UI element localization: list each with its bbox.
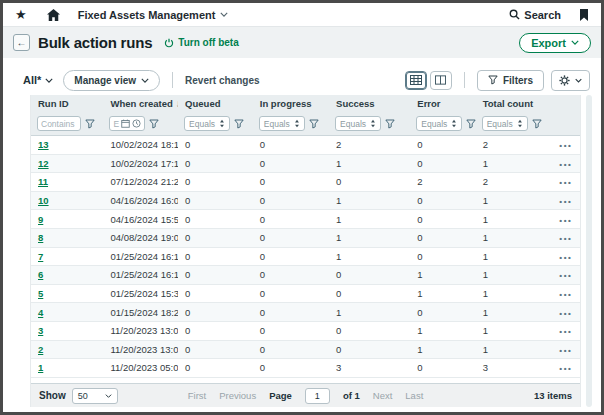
when-created-cell: 04/16/2024 16:0... (103, 195, 178, 206)
filter-funnel-icon[interactable] (385, 119, 395, 129)
row-actions-menu[interactable]: ••• (552, 364, 572, 373)
queued-cell: 0 (178, 139, 253, 150)
error-cell: 1 (410, 325, 475, 336)
run-id-link[interactable]: 7 (38, 251, 43, 262)
column-header-when-created[interactable]: When created↓ (103, 98, 178, 109)
error-cell: 0 (410, 139, 475, 150)
turn-off-beta-toggle[interactable]: Turn off beta (164, 37, 238, 48)
bookmark-icon[interactable] (579, 9, 589, 21)
when-created-cell: 04/16/2024 15:5... (103, 214, 178, 225)
run-id-link[interactable]: 13 (38, 139, 49, 150)
run-id-link[interactable]: 3 (38, 325, 43, 336)
row-actions-menu[interactable]: ••• (552, 271, 572, 280)
run-id-link[interactable]: 10 (38, 195, 49, 206)
manage-view-button[interactable]: Manage view (63, 70, 160, 91)
next-page-button[interactable]: Next (373, 390, 393, 401)
app-window: ★ Fixed Assets Management Search ← Bulk … (0, 0, 604, 415)
table-header-row: Run ID When created↓ Queued In progress … (31, 95, 580, 112)
revert-changes-button[interactable]: Revert changes (185, 75, 259, 86)
queued-cell: 0 (178, 195, 253, 206)
search-button[interactable]: Search (509, 9, 561, 21)
in-progress-filter-operator-select[interactable]: Equals (259, 116, 305, 131)
export-button[interactable]: Export (519, 33, 591, 53)
view-selector[interactable]: All* (23, 74, 53, 86)
column-header-success[interactable]: Success (329, 98, 410, 109)
success-cell: 3 (329, 362, 410, 373)
run-id-link[interactable]: 6 (38, 269, 43, 280)
page-number-input[interactable] (305, 388, 330, 404)
updown-arrows-icon (370, 119, 376, 128)
filters-button[interactable]: Filters (477, 70, 544, 91)
app-switcher[interactable]: Fixed Assets Management (78, 9, 229, 21)
previous-page-button[interactable]: Previous (219, 390, 256, 401)
column-header-queued[interactable]: Queued (178, 98, 253, 109)
column-header-run-id[interactable]: Run ID (31, 98, 103, 109)
updown-arrows-icon (219, 119, 225, 128)
filter-funnel-icon[interactable] (466, 119, 475, 129)
row-actions-menu[interactable]: ••• (552, 309, 572, 318)
in-progress-cell: 0 (253, 176, 329, 187)
grid-view-icon (410, 75, 422, 85)
when-created-filter-input[interactable]: E (109, 116, 145, 131)
run-id-link[interactable]: 9 (38, 214, 43, 225)
row-actions-menu[interactable]: ••• (552, 346, 572, 355)
back-button[interactable]: ← (13, 34, 30, 51)
columns-view-button[interactable] (430, 71, 452, 90)
column-header-in-progress[interactable]: In progress (253, 98, 329, 109)
run-id-link[interactable]: 8 (38, 232, 43, 243)
row-actions-menu[interactable]: ••• (552, 178, 572, 187)
total-count-cell: 1 (476, 288, 546, 299)
clock-icon[interactable] (132, 119, 141, 128)
table-toolbar: All* Manage view Revert changes (23, 65, 592, 95)
run-id-link[interactable]: 2 (38, 344, 43, 355)
calendar-icon[interactable] (121, 119, 130, 128)
row-actions-menu[interactable]: ••• (552, 290, 572, 299)
row-actions-menu[interactable]: ••• (552, 327, 572, 336)
success-filter-operator-select[interactable]: Equals (335, 116, 381, 131)
gear-icon (559, 75, 570, 86)
when-created-cell: 10/02/2024 18:1... (103, 139, 178, 150)
vertical-scrollbar[interactable] (586, 95, 592, 407)
run-id-link[interactable]: 4 (38, 307, 43, 318)
row-actions-menu[interactable]: ••• (552, 253, 572, 262)
when-created-cell: 10/02/2024 17:1... (103, 158, 178, 169)
first-page-button[interactable]: First (188, 390, 206, 401)
page-size-select[interactable]: 50 (72, 388, 118, 404)
row-actions-menu[interactable]: ••• (552, 234, 572, 243)
error-filter-operator-select[interactable]: Equals (416, 116, 462, 131)
run-id-link[interactable]: 1 (38, 362, 43, 373)
queued-cell: 0 (178, 269, 253, 280)
filter-funnel-icon[interactable] (532, 119, 542, 129)
success-cell: 2 (329, 139, 410, 150)
row-actions-menu[interactable]: ••• (552, 160, 572, 169)
run-id-link[interactable]: 12 (38, 158, 49, 169)
column-header-total-count[interactable]: Total count (476, 98, 546, 109)
queued-cell: 0 (178, 232, 253, 243)
table-row: 6 01/25/2024 16:1... 0 0 0 1 1 ••• (31, 266, 580, 285)
grid-view-button[interactable] (405, 71, 427, 90)
when-created-cell: 07/12/2024 21:2... (103, 176, 178, 187)
run-id-link[interactable]: 5 (38, 288, 43, 299)
table-settings-button[interactable] (551, 70, 590, 91)
filter-funnel-icon[interactable] (85, 119, 95, 129)
total-count-filter-operator-select[interactable]: Equals (482, 116, 528, 131)
table-row: 3 11/20/2023 13:0... 0 0 0 1 1 ••• (31, 322, 580, 341)
success-cell: 1 (329, 251, 410, 262)
filter-funnel-icon[interactable] (234, 119, 244, 129)
favorites-star-icon[interactable]: ★ (15, 8, 27, 21)
filter-funnel-icon[interactable] (149, 119, 159, 129)
row-actions-menu[interactable]: ••• (552, 141, 572, 150)
last-page-button[interactable]: Last (405, 390, 423, 401)
success-cell: 1 (329, 307, 410, 318)
queued-filter-operator-select[interactable]: Equals (184, 116, 230, 131)
home-icon[interactable] (47, 9, 60, 21)
success-cell: 1 (329, 214, 410, 225)
row-actions-menu[interactable]: ••• (552, 197, 572, 206)
run-id-filter-input[interactable] (37, 116, 81, 131)
success-cell: 1 (329, 232, 410, 243)
column-header-error[interactable]: Error (410, 98, 475, 109)
run-id-link[interactable]: 11 (38, 176, 48, 187)
table-row: 7 01/25/2024 16:1... 0 0 1 0 1 ••• (31, 248, 580, 267)
filter-funnel-icon[interactable] (309, 119, 319, 129)
row-actions-menu[interactable]: ••• (552, 216, 572, 225)
